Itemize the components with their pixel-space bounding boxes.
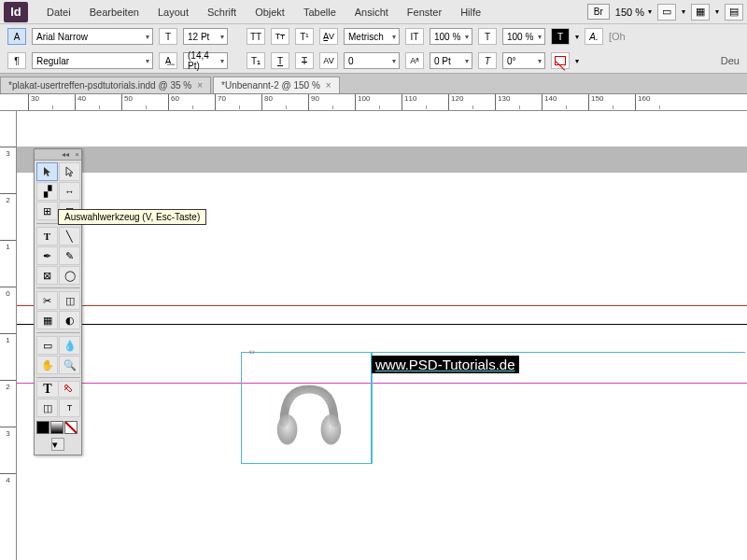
vertical-ruler[interactable]: 3 2 1 0 1 2 3 4: [0, 111, 17, 560]
subscript-icon[interactable]: T₁: [247, 52, 265, 69]
vscale-dropdown[interactable]: 100 %: [430, 28, 472, 45]
selection-tool[interactable]: [36, 162, 58, 181]
svg-point-1: [321, 414, 342, 444]
document-tabs: *plakat-usertreffen-psdtutorials.indd @ …: [0, 74, 747, 94]
ellipse-tool[interactable]: ◯: [59, 266, 80, 285]
bridge-button[interactable]: Br: [587, 4, 610, 20]
ruler-tick: 3: [0, 427, 16, 473]
menu-tabelle[interactable]: Tabelle: [294, 7, 345, 18]
close-icon[interactable]: ×: [326, 80, 331, 91]
free-transform-tool[interactable]: ◫: [59, 291, 80, 310]
fill-stroke-swap[interactable]: T: [36, 381, 80, 398]
doc-tab-2[interactable]: *Unbenannt-2 @ 150 % ×: [213, 77, 340, 93]
rectangle-frame-tool[interactable]: ⊠: [36, 266, 58, 285]
url-text[interactable]: www.PSD-Tutorials.de: [372, 356, 519, 373]
menu-hilfe[interactable]: Hilfe: [451, 7, 490, 18]
smallcaps-icon[interactable]: Tᴛ: [271, 28, 289, 45]
menu-objekt[interactable]: Objekt: [246, 7, 294, 18]
screen-mode-icon[interactable]: ▭: [657, 4, 676, 21]
stroke-color-icon[interactable]: [551, 52, 570, 69]
baseline-dropdown[interactable]: 0 Pt: [430, 52, 472, 69]
ruler-tick: 160: [635, 94, 682, 110]
kerning-dropdown[interactable]: Metrisch: [344, 28, 400, 45]
ruler-tick: 40: [75, 94, 121, 110]
close-icon[interactable]: ×: [197, 80, 203, 91]
zoom-value: 150 %: [615, 7, 644, 18]
paragraph-mode-icon[interactable]: ¶: [7, 52, 26, 69]
menu-bearbeiten[interactable]: Bearbeiten: [80, 7, 148, 18]
page-tool[interactable]: ▞: [36, 182, 58, 201]
menu-ansicht[interactable]: Ansicht: [345, 7, 398, 18]
ruler-tick: 0: [0, 287, 16, 333]
note-tool[interactable]: ▭: [36, 336, 58, 355]
ruler-tick: 130: [495, 94, 542, 110]
menu-fenster[interactable]: Fenster: [398, 7, 451, 18]
menu-schrift[interactable]: Schrift: [198, 7, 246, 18]
ruler-tick: 80: [261, 94, 308, 110]
tools-grid: ▞ ↔ ⊞ ⊡ T ╲ ✒ ✎ ⊠ ◯ ✂ ◫ ▦ ◐ ▭ 💧 ✋ 🔍 T: [35, 161, 81, 419]
horizontal-ruler[interactable]: 30 40 50 60 70 80 90 100 110 120 130 140…: [0, 94, 747, 111]
swatch-gradient[interactable]: [50, 421, 63, 434]
zoom-tool[interactable]: 🔍: [59, 356, 80, 374]
type-tool[interactable]: T: [36, 227, 58, 245]
view-mode-normal[interactable]: ▾: [51, 438, 64, 451]
arrange-docs-icon[interactable]: ▦: [691, 4, 710, 21]
skew-dropdown[interactable]: 0°: [502, 52, 545, 69]
formatting-text-icon[interactable]: T: [59, 399, 80, 417]
doc-tab-label: *Unbenannt-2 @ 150 %: [221, 80, 320, 91]
line-tool[interactable]: ╲: [59, 227, 80, 245]
leading-dropdown[interactable]: (14,4 Pt): [183, 52, 228, 69]
font-style-dropdown[interactable]: Regular: [32, 52, 153, 69]
hand-tool[interactable]: ✋: [36, 356, 58, 374]
ruler-tick: 70: [215, 94, 261, 110]
ruler-tick: 90: [308, 94, 355, 110]
underline-icon[interactable]: T: [271, 52, 289, 69]
url-text-content: www.PSD-Tutorials.de: [375, 357, 515, 372]
hscale-dropdown[interactable]: 100 %: [502, 28, 545, 45]
pencil-tool[interactable]: ✎: [59, 246, 80, 265]
headphones-graphic[interactable]: [267, 372, 351, 456]
content-collector-tool[interactable]: ⊞: [36, 202, 58, 220]
eyedropper-tool[interactable]: 💧: [59, 336, 80, 355]
ruler-tick: 2: [0, 193, 16, 240]
ruler-tick: 120: [448, 94, 495, 110]
scissors-tool[interactable]: ✂: [36, 291, 58, 310]
tracking-icon: AV: [319, 52, 338, 69]
menu-layout[interactable]: Layout: [148, 7, 198, 18]
skew-icon: T: [478, 52, 497, 69]
zoom-dropdown[interactable]: 150 % ▾: [615, 7, 652, 18]
doc-tab-1[interactable]: *plakat-usertreffen-psdtutorials.indd @ …: [0, 77, 211, 93]
chevron-down-icon: ▾: [648, 7, 652, 16]
chevron-down-icon: ▾: [715, 7, 719, 16]
gap-tool[interactable]: ↔: [59, 182, 80, 201]
tracking-dropdown[interactable]: 0: [344, 52, 400, 69]
pen-tool[interactable]: ✒: [36, 246, 58, 265]
document-canvas[interactable]: ⬄ www.PSD-Tutorials.de: [17, 111, 747, 560]
guide-red[interactable]: [17, 305, 747, 306]
menu-datei[interactable]: Datei: [37, 7, 80, 18]
page-edge: [17, 147, 747, 173]
char-style-icon[interactable]: A.: [585, 28, 603, 45]
baseline-icon: Aª: [405, 52, 424, 69]
swatch-black[interactable]: [36, 421, 49, 434]
tools-panel[interactable]: ◂◂ × ▞ ↔ ⊞ ⊡ T ╲ ✒ ✎ ⊠ ◯ ✂ ◫ ▦ ◐ ▭ 💧 ✋ 🔍: [34, 148, 82, 455]
gradient-feather-tool[interactable]: ◐: [59, 311, 80, 329]
swatch-none[interactable]: [64, 421, 78, 434]
font-size-dropdown[interactable]: 12 Pt: [183, 28, 228, 45]
strikethrough-icon[interactable]: T: [295, 52, 314, 69]
chevron-down-icon: ▾: [682, 7, 685, 16]
workspace-icon[interactable]: ▤: [725, 4, 743, 21]
page-border: [17, 324, 747, 325]
control-bar: A Arial Narrow T 12 Pt TT Tᴛ T¹ A̲V Metr…: [0, 24, 747, 74]
control-row-2: ¶ Regular A͟ (14,4 Pt) T₁ T T AV 0 Aª 0 …: [0, 49, 747, 73]
gradient-swatch-tool[interactable]: ▦: [36, 311, 58, 329]
panel-header[interactable]: ◂◂ ×: [35, 149, 81, 161]
font-family-dropdown[interactable]: Arial Narrow: [32, 28, 153, 45]
allcaps-icon[interactable]: TT: [247, 28, 265, 45]
character-mode-icon[interactable]: A: [7, 28, 26, 45]
direct-selection-tool[interactable]: [59, 162, 80, 181]
formatting-container-icon[interactable]: ◫: [36, 399, 58, 417]
fill-color-icon[interactable]: T: [551, 28, 570, 45]
app-icon: Id: [4, 2, 28, 22]
superscript-icon[interactable]: T¹: [295, 28, 314, 45]
